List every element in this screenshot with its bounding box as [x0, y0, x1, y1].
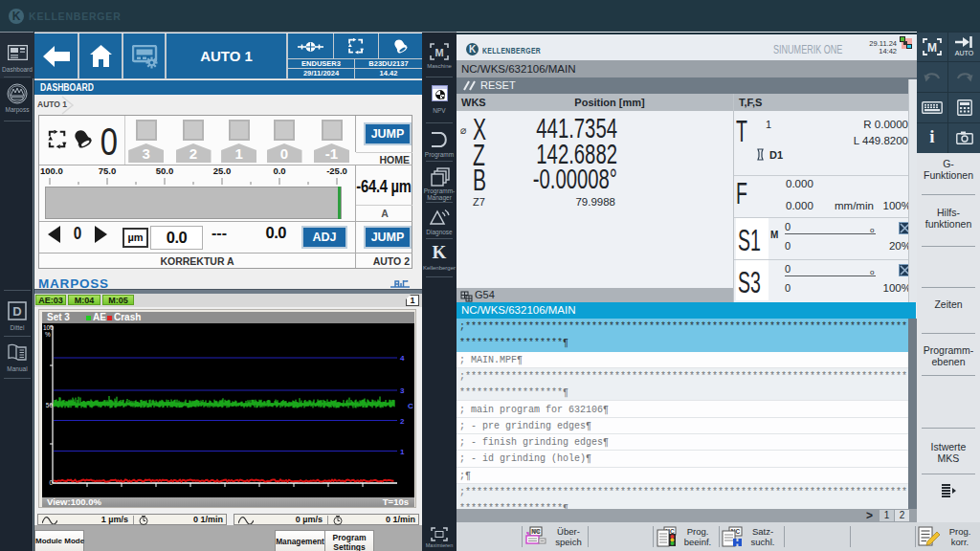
svg-text:50: 50	[46, 402, 54, 408]
svg-text:2: 2	[400, 417, 405, 426]
svg-text:D: D	[12, 304, 21, 319]
svg-text:C: C	[408, 402, 413, 410]
svg-text:4: 4	[400, 354, 405, 363]
svg-text:3: 3	[400, 386, 405, 395]
svg-text:0: 0	[49, 479, 53, 486]
svg-text:1: 1	[400, 448, 405, 456]
svg-text:%: %	[45, 331, 51, 338]
svg-text:M: M	[434, 47, 443, 58]
svg-text:100: 100	[43, 324, 54, 331]
svg-text:M: M	[927, 41, 937, 55]
